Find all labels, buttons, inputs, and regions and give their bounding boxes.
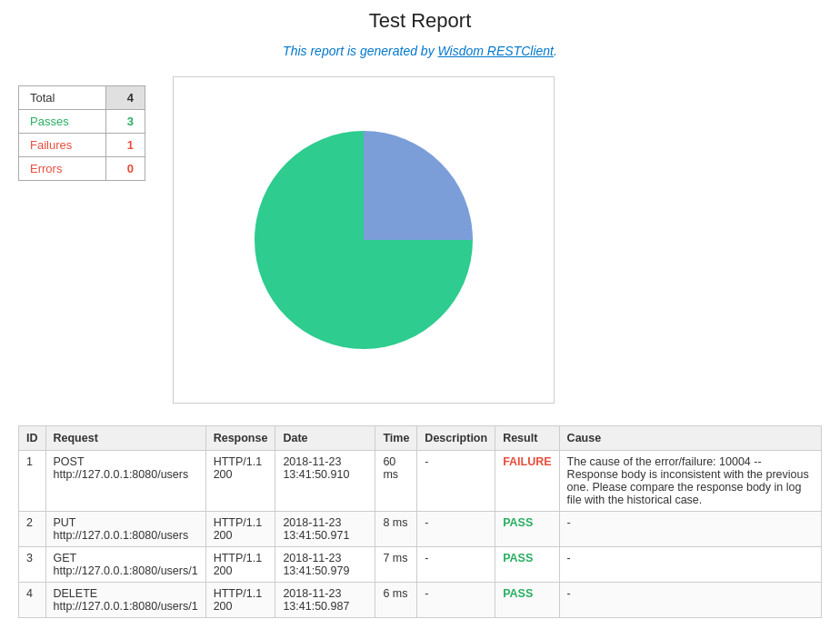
table-row: 3GET http://127.0.0.1:8080/users/1HTTP/1… bbox=[19, 547, 822, 583]
subtitle: This report is generated by Wisdom RESTC… bbox=[18, 44, 822, 58]
subtitle-suffix: . bbox=[554, 44, 557, 58]
table-row: 4DELETE http://127.0.0.1:8080/users/1HTT… bbox=[19, 583, 822, 618]
th-response: Response bbox=[205, 426, 275, 451]
cell-time: 8 ms bbox=[375, 512, 417, 547]
cell-response: HTTP/1.1 200 bbox=[205, 512, 275, 547]
cell-cause: - bbox=[559, 512, 821, 547]
cell-description: - bbox=[417, 451, 495, 512]
stats-row-failures: Failures 1 bbox=[19, 134, 145, 157]
th-request: Request bbox=[45, 426, 205, 451]
table-header-row: ID Request Response Date Time Descriptio… bbox=[19, 426, 822, 451]
chart-container bbox=[173, 76, 555, 404]
total-value: 4 bbox=[105, 86, 145, 110]
table-row: 1POST http://127.0.0.1:8080/usersHTTP/1.… bbox=[19, 451, 822, 512]
cell-id: 3 bbox=[19, 547, 46, 583]
cell-result: PASS bbox=[495, 512, 559, 547]
page-title: Test Report bbox=[18, 9, 822, 33]
cell-id: 1 bbox=[19, 451, 46, 512]
cell-description: - bbox=[417, 547, 495, 583]
subtitle-text: This report is generated by bbox=[283, 44, 437, 58]
stats-row-errors: Errors 0 bbox=[19, 157, 145, 181]
th-cause: Cause bbox=[559, 426, 821, 451]
stats-table: Total 4 Passes 3 Failures 1 Errors 0 bbox=[18, 85, 145, 181]
cell-response: HTTP/1.1 200 bbox=[205, 451, 275, 512]
cell-cause: - bbox=[559, 547, 821, 583]
stats-row-passes: Passes 3 bbox=[19, 110, 145, 134]
cell-result: PASS bbox=[495, 547, 559, 583]
cell-result: PASS bbox=[495, 583, 559, 618]
th-time: Time bbox=[375, 426, 417, 451]
th-date: Date bbox=[275, 426, 375, 451]
errors-value: 0 bbox=[105, 157, 145, 181]
th-description: Description bbox=[417, 426, 495, 451]
cell-id: 2 bbox=[19, 512, 46, 547]
failure-slice bbox=[364, 131, 473, 240]
cell-request: POST http://127.0.0.1:8080/users bbox=[45, 451, 205, 512]
cell-response: HTTP/1.1 200 bbox=[205, 547, 275, 583]
cell-request: PUT http://127.0.0.1:8080/users bbox=[45, 512, 205, 547]
total-label: Total bbox=[19, 86, 106, 110]
top-section: Total 4 Passes 3 Failures 1 Errors 0 bbox=[18, 76, 822, 404]
cell-id: 4 bbox=[19, 583, 46, 618]
cell-cause: - bbox=[559, 583, 821, 618]
results-table: ID Request Response Date Time Descriptio… bbox=[18, 425, 822, 618]
table-row: 2PUT http://127.0.0.1:8080/usersHTTP/1.1… bbox=[19, 512, 822, 547]
failures-label: Failures bbox=[19, 134, 106, 157]
errors-label: Errors bbox=[19, 157, 106, 181]
passes-value: 3 bbox=[105, 110, 145, 134]
cell-request: DELETE http://127.0.0.1:8080/users/1 bbox=[45, 583, 205, 618]
cell-cause: The cause of the error/failure: 10004 --… bbox=[559, 451, 821, 512]
cell-date: 2018-11-23 13:41:50.910 bbox=[275, 451, 375, 512]
cell-time: 6 ms bbox=[375, 583, 417, 618]
pie-chart bbox=[245, 122, 482, 358]
failures-value: 1 bbox=[105, 134, 145, 157]
subtitle-link[interactable]: Wisdom RESTClient bbox=[438, 44, 554, 58]
cell-date: 2018-11-23 13:41:50.987 bbox=[275, 583, 375, 618]
cell-description: - bbox=[417, 583, 495, 618]
cell-date: 2018-11-23 13:41:50.971 bbox=[275, 512, 375, 547]
cell-request: GET http://127.0.0.1:8080/users/1 bbox=[45, 547, 205, 583]
cell-description: - bbox=[417, 512, 495, 547]
cell-time: 7 ms bbox=[375, 547, 417, 583]
passes-label: Passes bbox=[19, 110, 106, 134]
cell-date: 2018-11-23 13:41:50.979 bbox=[275, 547, 375, 583]
cell-response: HTTP/1.1 200 bbox=[205, 583, 275, 618]
cell-time: 60 ms bbox=[375, 451, 417, 512]
th-result: Result bbox=[495, 426, 559, 451]
th-id: ID bbox=[19, 426, 46, 451]
cell-result: FAILURE bbox=[495, 451, 559, 512]
stats-row-total: Total 4 bbox=[19, 86, 145, 110]
